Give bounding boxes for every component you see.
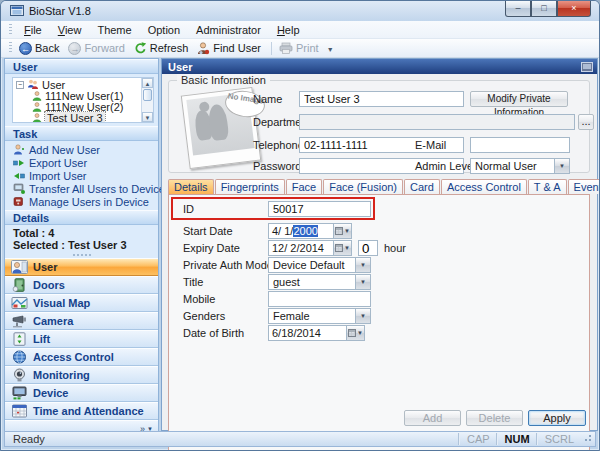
scroll-lock-indicator: SCRL <box>537 433 581 445</box>
task-list: Add New User Export User Import User <box>5 141 158 210</box>
department-browse-button[interactable]: ... <box>578 114 594 130</box>
tab-face-fusion[interactable]: Face (Fusion) <box>323 179 403 194</box>
selected-year: 2000 <box>293 225 317 237</box>
import-icon <box>13 171 25 181</box>
name-input[interactable] <box>299 91 464 107</box>
main-content: User − User 111New User(1) <box>1 58 599 431</box>
time-attendance-icon <box>11 404 28 418</box>
sidebar-item-lift[interactable]: Lift <box>5 330 158 348</box>
calendar-dropdown-icon[interactable]: ▼ <box>346 326 364 340</box>
menu-administrator[interactable]: Administrator <box>188 22 269 38</box>
start-date-picker[interactable]: 4/ 1/2000 ▼ <box>268 223 352 239</box>
print-button: Print <box>276 40 325 57</box>
title-select[interactable]: guest ▼ <box>268 274 371 290</box>
tab-t-and-a[interactable]: T & A <box>528 179 567 194</box>
tab-access-control[interactable]: Access Control <box>441 179 527 194</box>
sidebar-item-camera[interactable]: Camera <box>5 312 158 330</box>
expiry-date-picker[interactable]: 12/ 2/2014 ▼ <box>268 240 352 256</box>
sidebar-item-monitoring[interactable]: Monitoring <box>5 366 158 384</box>
sidebar-item-visual-map[interactable]: Visual Map <box>5 294 158 312</box>
menu-theme[interactable]: Theme <box>89 22 139 38</box>
dropdown-arrow-icon: ▼ <box>554 159 569 173</box>
tree-item-user1[interactable]: 111New User(1) <box>16 90 153 101</box>
menu-view[interactable]: View <box>50 22 90 38</box>
menu-help[interactable]: Help <box>269 22 308 38</box>
tab-fingerprints[interactable]: Fingerprints <box>215 179 285 194</box>
tab-event[interactable]: Event <box>568 179 600 194</box>
modify-private-information-button[interactable]: Modify Private Information <box>470 91 568 107</box>
tab-card[interactable]: Card <box>404 179 440 194</box>
task-import-user[interactable]: Import User <box>5 169 158 182</box>
toolbar-overflow-chevron[interactable]: ▼ <box>327 44 334 52</box>
transfer-device-icon <box>13 183 25 194</box>
scroll-down-icon[interactable]: ▼ <box>142 112 153 122</box>
scroll-up-icon[interactable]: ▲ <box>142 78 153 88</box>
forward-button: → Forward <box>65 40 130 57</box>
menu-option[interactable]: Option <box>140 22 188 38</box>
details-total: Total : 4 <box>13 227 158 239</box>
expiry-hour-input[interactable] <box>358 240 378 256</box>
scroll-thumb[interactable] <box>143 89 152 101</box>
sidebar-item-access-control[interactable]: Access Control <box>5 348 158 366</box>
sidebar-item-doors[interactable]: Doors <box>5 276 158 294</box>
mobile-label: Mobile <box>183 292 215 307</box>
caps-lock-indicator: CAP <box>459 433 497 445</box>
id-label: ID <box>183 202 194 217</box>
find-user-icon <box>197 42 210 55</box>
back-button[interactable]: ← Back <box>16 40 65 57</box>
genders-select[interactable]: Female ▼ <box>268 308 371 324</box>
user-photo-placeholder[interactable]: No Image <box>179 89 263 167</box>
admin-level-label: Admin Level <box>415 159 476 174</box>
date-of-birth-picker[interactable]: 6/18/2014 ▼ <box>268 325 365 341</box>
door-icon <box>11 278 28 292</box>
apply-button[interactable]: Apply <box>528 410 586 426</box>
genders-label: Genders <box>183 309 225 324</box>
refresh-button[interactable]: Refresh <box>131 40 195 57</box>
email-input[interactable] <box>470 137 570 153</box>
task-transfer-users[interactable]: Transfer All Users to Device <box>5 182 158 195</box>
task-manage-users[interactable]: Manage Users in Device <box>5 195 158 208</box>
calendar-dropdown-icon[interactable]: ▼ <box>333 224 351 238</box>
title-bar[interactable]: BioStar V1.8 – □ × <box>1 1 599 21</box>
access-control-icon <box>11 350 28 364</box>
resize-grip[interactable] <box>583 435 591 443</box>
tree-expander-icon[interactable]: − <box>16 81 24 89</box>
tree-item-user2[interactable]: 111New User(2) <box>16 101 153 112</box>
mobile-input[interactable] <box>268 291 371 307</box>
details-selected: Selected : Test User 3 <box>13 239 158 251</box>
user-section-header: User <box>5 59 158 74</box>
window-title: BioStar V1.8 <box>29 5 91 17</box>
sidebar-item-user[interactable]: User <box>5 258 158 276</box>
user-tree: − User 111New User(1) <box>12 77 154 123</box>
close-button[interactable]: × <box>557 1 591 17</box>
app-window: BioStar V1.8 – □ × File View Theme Optio… <box>0 0 600 451</box>
password-label: Password <box>253 159 301 174</box>
name-label: Name <box>253 92 282 107</box>
panel-splitter[interactable] <box>5 251 158 258</box>
task-add-new-user[interactable]: Add New User <box>5 143 158 156</box>
title-label: Title <box>183 275 203 290</box>
maximize-button[interactable]: □ <box>531 1 557 17</box>
tab-face[interactable]: Face <box>286 179 322 194</box>
window-controls: – □ × <box>505 1 591 17</box>
calendar-dropdown-icon[interactable]: ▼ <box>333 241 351 255</box>
details-info: Total : 4 Selected : Test User 3 <box>5 225 158 251</box>
tree-scrollbar[interactable]: ▲ ▼ <box>141 78 153 122</box>
start-date-label: Start Date <box>183 224 233 239</box>
print-icon <box>279 42 293 54</box>
email-label: E-Mail <box>415 138 446 153</box>
sidebar-item-device[interactable]: Device <box>5 384 158 402</box>
private-auth-mode-select[interactable]: Device Default ▼ <box>268 257 371 273</box>
id-input[interactable] <box>268 201 371 217</box>
menu-file[interactable]: File <box>16 22 50 38</box>
task-export-user[interactable]: Export User <box>5 156 158 169</box>
tab-details[interactable]: Details <box>168 179 214 194</box>
minimize-button[interactable]: – <box>505 1 531 17</box>
sidebar-item-time-attendance[interactable]: Time and Attendance <box>5 402 158 420</box>
panel-window-icon[interactable] <box>581 62 593 72</box>
admin-level-select[interactable]: Normal User ▼ <box>470 158 570 174</box>
task-section-header: Task <box>5 126 158 141</box>
tree-item-user3-selected[interactable]: Test User 3 <box>16 112 153 123</box>
find-user-button[interactable]: Find User <box>194 40 267 57</box>
tree-root[interactable]: − User <box>16 79 153 90</box>
